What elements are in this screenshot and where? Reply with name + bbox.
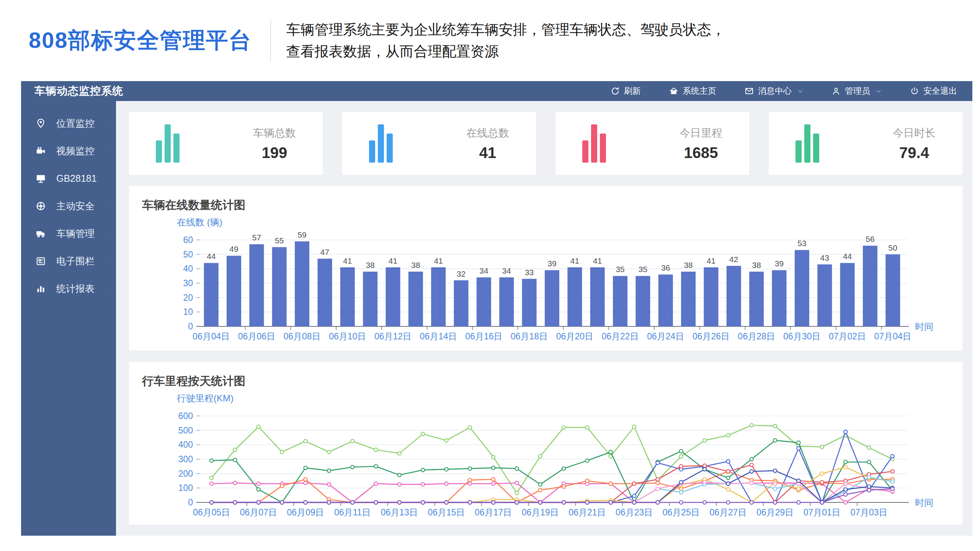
data-point[interactable] bbox=[844, 430, 847, 434]
data-point[interactable] bbox=[726, 469, 730, 473]
data-point[interactable] bbox=[844, 482, 847, 485]
bar[interactable] bbox=[863, 246, 877, 326]
data-point[interactable] bbox=[585, 426, 589, 429]
nav-item-home[interactable]: 系统主页 bbox=[669, 85, 716, 97]
bar[interactable] bbox=[249, 244, 264, 326]
bar[interactable] bbox=[658, 274, 673, 326]
data-point[interactable] bbox=[304, 481, 307, 485]
data-point[interactable] bbox=[867, 476, 871, 479]
bar[interactable] bbox=[295, 241, 309, 326]
data-point[interactable] bbox=[421, 468, 425, 472]
data-point[interactable] bbox=[280, 484, 284, 487]
data-point[interactable] bbox=[820, 445, 824, 448]
data-point[interactable] bbox=[210, 459, 213, 462]
data-point[interactable] bbox=[492, 466, 495, 469]
bar[interactable] bbox=[817, 264, 832, 326]
data-point[interactable] bbox=[797, 447, 800, 450]
data-point[interactable] bbox=[656, 461, 659, 465]
data-point[interactable] bbox=[444, 482, 448, 485]
data-point[interactable] bbox=[210, 482, 213, 485]
data-point[interactable] bbox=[632, 425, 636, 429]
data-point[interactable] bbox=[703, 464, 706, 467]
data-point[interactable] bbox=[679, 487, 683, 491]
data-point[interactable] bbox=[867, 488, 871, 492]
data-point[interactable] bbox=[539, 488, 542, 492]
data-point[interactable] bbox=[304, 466, 307, 469]
data-point[interactable] bbox=[351, 500, 354, 504]
data-point[interactable] bbox=[374, 465, 377, 468]
data-point[interactable] bbox=[632, 482, 636, 485]
data-point[interactable] bbox=[703, 500, 706, 504]
data-point[interactable] bbox=[539, 455, 542, 458]
data-point[interactable] bbox=[257, 488, 260, 491]
data-point[interactable] bbox=[797, 479, 800, 483]
data-point[interactable] bbox=[750, 481, 753, 485]
data-point[interactable] bbox=[679, 455, 683, 458]
bar[interactable] bbox=[408, 272, 423, 326]
bar[interactable] bbox=[204, 263, 219, 326]
data-point[interactable] bbox=[703, 468, 706, 471]
data-point[interactable] bbox=[703, 439, 706, 442]
data-point[interactable] bbox=[233, 448, 237, 452]
data-point[interactable] bbox=[750, 457, 753, 461]
data-point[interactable] bbox=[679, 491, 683, 494]
data-point[interactable] bbox=[679, 465, 683, 468]
data-point[interactable] bbox=[726, 482, 730, 485]
data-point[interactable] bbox=[609, 500, 612, 504]
data-point[interactable] bbox=[750, 469, 753, 473]
bar[interactable] bbox=[499, 277, 514, 326]
sidebar-item-location[interactable]: 位置监控 bbox=[21, 109, 116, 137]
data-point[interactable] bbox=[797, 441, 800, 444]
sidebar-item-video[interactable]: 视频监控 bbox=[21, 137, 116, 165]
data-point[interactable] bbox=[374, 448, 377, 452]
data-point[interactable] bbox=[444, 500, 448, 504]
bar[interactable] bbox=[386, 267, 400, 326]
bar[interactable] bbox=[522, 279, 537, 326]
data-point[interactable] bbox=[257, 425, 260, 429]
nav-item-power[interactable]: 安全退出 bbox=[910, 85, 957, 97]
data-point[interactable] bbox=[468, 482, 472, 485]
data-point[interactable] bbox=[773, 439, 777, 442]
data-point[interactable] bbox=[797, 500, 800, 504]
data-point[interactable] bbox=[726, 500, 730, 504]
data-point[interactable] bbox=[257, 482, 260, 485]
data-point[interactable] bbox=[468, 500, 472, 504]
data-point[interactable] bbox=[585, 479, 589, 483]
data-point[interactable] bbox=[609, 450, 612, 454]
data-point[interactable] bbox=[327, 483, 331, 486]
data-point[interactable] bbox=[421, 432, 425, 436]
data-point[interactable] bbox=[867, 485, 871, 488]
data-point[interactable] bbox=[468, 467, 472, 470]
bar[interactable] bbox=[795, 250, 809, 326]
data-point[interactable] bbox=[656, 487, 659, 491]
data-point[interactable] bbox=[351, 465, 354, 469]
data-point[interactable] bbox=[515, 481, 518, 485]
data-point[interactable] bbox=[891, 455, 894, 458]
data-point[interactable] bbox=[210, 500, 213, 504]
data-point[interactable] bbox=[656, 481, 659, 485]
data-point[interactable] bbox=[304, 500, 307, 504]
bar[interactable] bbox=[727, 266, 741, 326]
sidebar-item-safety[interactable]: 主动安全 bbox=[21, 192, 116, 220]
data-point[interactable] bbox=[844, 488, 847, 491]
data-point[interactable] bbox=[374, 500, 377, 504]
sidebar-item-fence[interactable]: 电子围栏 bbox=[21, 247, 116, 275]
data-point[interactable] bbox=[820, 500, 824, 504]
data-point[interactable] bbox=[750, 424, 753, 427]
bar[interactable] bbox=[885, 254, 900, 326]
data-point[interactable] bbox=[398, 483, 401, 486]
data-point[interactable] bbox=[539, 483, 542, 486]
data-point[interactable] bbox=[421, 483, 425, 486]
data-point[interactable] bbox=[632, 500, 636, 504]
data-point[interactable] bbox=[750, 500, 753, 504]
data-point[interactable] bbox=[726, 434, 730, 437]
data-point[interactable] bbox=[679, 450, 683, 453]
sidebar-item-truck[interactable]: 车辆管理 bbox=[21, 220, 116, 247]
data-point[interactable] bbox=[515, 467, 518, 470]
data-point[interactable] bbox=[562, 485, 565, 488]
data-point[interactable] bbox=[515, 500, 518, 504]
data-point[interactable] bbox=[444, 439, 448, 442]
data-point[interactable] bbox=[327, 450, 331, 454]
data-point[interactable] bbox=[492, 478, 495, 481]
data-point[interactable] bbox=[492, 482, 495, 485]
